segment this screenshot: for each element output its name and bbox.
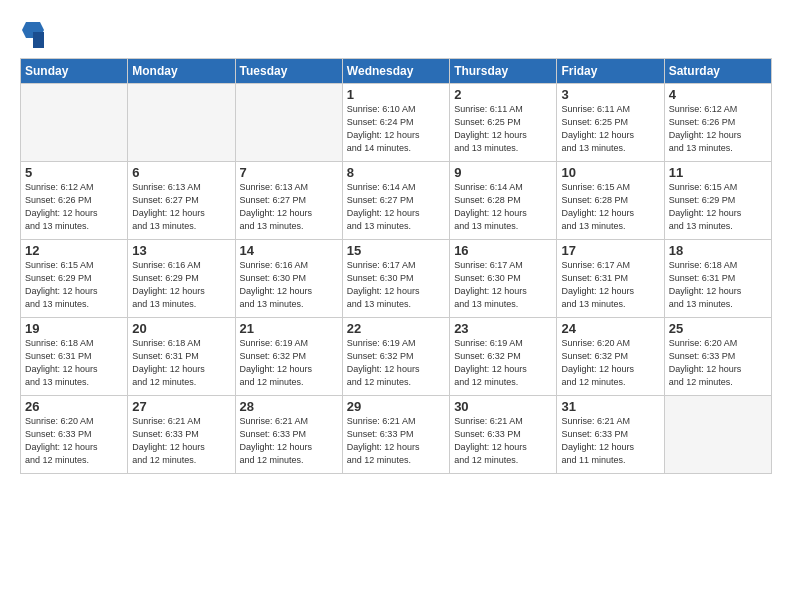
day-info: Sunrise: 6:13 AM Sunset: 6:27 PM Dayligh… xyxy=(240,181,338,233)
logo-icon xyxy=(22,22,44,48)
day-cell-17: 17Sunrise: 6:17 AM Sunset: 6:31 PM Dayli… xyxy=(557,240,664,318)
day-number: 19 xyxy=(25,321,123,336)
day-number: 22 xyxy=(347,321,445,336)
day-number: 30 xyxy=(454,399,552,414)
day-cell-23: 23Sunrise: 6:19 AM Sunset: 6:32 PM Dayli… xyxy=(450,318,557,396)
day-cell-19: 19Sunrise: 6:18 AM Sunset: 6:31 PM Dayli… xyxy=(21,318,128,396)
day-cell-3: 3Sunrise: 6:11 AM Sunset: 6:25 PM Daylig… xyxy=(557,84,664,162)
day-number: 24 xyxy=(561,321,659,336)
day-info: Sunrise: 6:17 AM Sunset: 6:30 PM Dayligh… xyxy=(347,259,445,311)
day-number: 7 xyxy=(240,165,338,180)
day-number: 5 xyxy=(25,165,123,180)
day-info: Sunrise: 6:21 AM Sunset: 6:33 PM Dayligh… xyxy=(454,415,552,467)
week-row-1: 1Sunrise: 6:10 AM Sunset: 6:24 PM Daylig… xyxy=(21,84,772,162)
day-number: 23 xyxy=(454,321,552,336)
day-cell-28: 28Sunrise: 6:21 AM Sunset: 6:33 PM Dayli… xyxy=(235,396,342,474)
svg-marker-1 xyxy=(33,32,44,48)
weekday-header-monday: Monday xyxy=(128,59,235,84)
day-info: Sunrise: 6:15 AM Sunset: 6:29 PM Dayligh… xyxy=(25,259,123,311)
day-cell-18: 18Sunrise: 6:18 AM Sunset: 6:31 PM Dayli… xyxy=(664,240,771,318)
header xyxy=(20,20,772,48)
day-info: Sunrise: 6:15 AM Sunset: 6:28 PM Dayligh… xyxy=(561,181,659,233)
day-cell-8: 8Sunrise: 6:14 AM Sunset: 6:27 PM Daylig… xyxy=(342,162,449,240)
page: SundayMondayTuesdayWednesdayThursdayFrid… xyxy=(0,0,792,612)
day-number: 21 xyxy=(240,321,338,336)
day-info: Sunrise: 6:19 AM Sunset: 6:32 PM Dayligh… xyxy=(240,337,338,389)
empty-cell xyxy=(128,84,235,162)
day-number: 9 xyxy=(454,165,552,180)
day-number: 28 xyxy=(240,399,338,414)
day-cell-9: 9Sunrise: 6:14 AM Sunset: 6:28 PM Daylig… xyxy=(450,162,557,240)
day-cell-22: 22Sunrise: 6:19 AM Sunset: 6:32 PM Dayli… xyxy=(342,318,449,396)
day-number: 2 xyxy=(454,87,552,102)
day-cell-15: 15Sunrise: 6:17 AM Sunset: 6:30 PM Dayli… xyxy=(342,240,449,318)
day-info: Sunrise: 6:12 AM Sunset: 6:26 PM Dayligh… xyxy=(669,103,767,155)
day-info: Sunrise: 6:21 AM Sunset: 6:33 PM Dayligh… xyxy=(561,415,659,467)
day-info: Sunrise: 6:11 AM Sunset: 6:25 PM Dayligh… xyxy=(454,103,552,155)
day-info: Sunrise: 6:21 AM Sunset: 6:33 PM Dayligh… xyxy=(132,415,230,467)
day-info: Sunrise: 6:20 AM Sunset: 6:33 PM Dayligh… xyxy=(669,337,767,389)
week-row-2: 5Sunrise: 6:12 AM Sunset: 6:26 PM Daylig… xyxy=(21,162,772,240)
day-number: 8 xyxy=(347,165,445,180)
day-cell-6: 6Sunrise: 6:13 AM Sunset: 6:27 PM Daylig… xyxy=(128,162,235,240)
day-number: 31 xyxy=(561,399,659,414)
day-number: 25 xyxy=(669,321,767,336)
day-info: Sunrise: 6:20 AM Sunset: 6:33 PM Dayligh… xyxy=(25,415,123,467)
week-row-5: 26Sunrise: 6:20 AM Sunset: 6:33 PM Dayli… xyxy=(21,396,772,474)
day-number: 20 xyxy=(132,321,230,336)
day-info: Sunrise: 6:18 AM Sunset: 6:31 PM Dayligh… xyxy=(25,337,123,389)
day-number: 4 xyxy=(669,87,767,102)
day-info: Sunrise: 6:10 AM Sunset: 6:24 PM Dayligh… xyxy=(347,103,445,155)
day-cell-30: 30Sunrise: 6:21 AM Sunset: 6:33 PM Dayli… xyxy=(450,396,557,474)
day-cell-20: 20Sunrise: 6:18 AM Sunset: 6:31 PM Dayli… xyxy=(128,318,235,396)
day-cell-16: 16Sunrise: 6:17 AM Sunset: 6:30 PM Dayli… xyxy=(450,240,557,318)
day-cell-31: 31Sunrise: 6:21 AM Sunset: 6:33 PM Dayli… xyxy=(557,396,664,474)
day-info: Sunrise: 6:21 AM Sunset: 6:33 PM Dayligh… xyxy=(347,415,445,467)
day-cell-21: 21Sunrise: 6:19 AM Sunset: 6:32 PM Dayli… xyxy=(235,318,342,396)
day-info: Sunrise: 6:17 AM Sunset: 6:31 PM Dayligh… xyxy=(561,259,659,311)
day-cell-12: 12Sunrise: 6:15 AM Sunset: 6:29 PM Dayli… xyxy=(21,240,128,318)
day-number: 11 xyxy=(669,165,767,180)
day-number: 18 xyxy=(669,243,767,258)
day-cell-14: 14Sunrise: 6:16 AM Sunset: 6:30 PM Dayli… xyxy=(235,240,342,318)
day-number: 6 xyxy=(132,165,230,180)
day-cell-11: 11Sunrise: 6:15 AM Sunset: 6:29 PM Dayli… xyxy=(664,162,771,240)
day-cell-26: 26Sunrise: 6:20 AM Sunset: 6:33 PM Dayli… xyxy=(21,396,128,474)
day-cell-27: 27Sunrise: 6:21 AM Sunset: 6:33 PM Dayli… xyxy=(128,396,235,474)
day-cell-10: 10Sunrise: 6:15 AM Sunset: 6:28 PM Dayli… xyxy=(557,162,664,240)
day-info: Sunrise: 6:14 AM Sunset: 6:28 PM Dayligh… xyxy=(454,181,552,233)
empty-cell xyxy=(664,396,771,474)
week-row-3: 12Sunrise: 6:15 AM Sunset: 6:29 PM Dayli… xyxy=(21,240,772,318)
day-info: Sunrise: 6:11 AM Sunset: 6:25 PM Dayligh… xyxy=(561,103,659,155)
day-info: Sunrise: 6:12 AM Sunset: 6:26 PM Dayligh… xyxy=(25,181,123,233)
weekday-header-sunday: Sunday xyxy=(21,59,128,84)
empty-cell xyxy=(235,84,342,162)
day-cell-13: 13Sunrise: 6:16 AM Sunset: 6:29 PM Dayli… xyxy=(128,240,235,318)
day-info: Sunrise: 6:16 AM Sunset: 6:30 PM Dayligh… xyxy=(240,259,338,311)
calendar: SundayMondayTuesdayWednesdayThursdayFrid… xyxy=(20,58,772,474)
day-number: 14 xyxy=(240,243,338,258)
day-info: Sunrise: 6:17 AM Sunset: 6:30 PM Dayligh… xyxy=(454,259,552,311)
weekday-header-tuesday: Tuesday xyxy=(235,59,342,84)
day-info: Sunrise: 6:16 AM Sunset: 6:29 PM Dayligh… xyxy=(132,259,230,311)
day-info: Sunrise: 6:19 AM Sunset: 6:32 PM Dayligh… xyxy=(454,337,552,389)
day-number: 15 xyxy=(347,243,445,258)
day-info: Sunrise: 6:18 AM Sunset: 6:31 PM Dayligh… xyxy=(132,337,230,389)
day-cell-4: 4Sunrise: 6:12 AM Sunset: 6:26 PM Daylig… xyxy=(664,84,771,162)
day-cell-2: 2Sunrise: 6:11 AM Sunset: 6:25 PM Daylig… xyxy=(450,84,557,162)
day-number: 3 xyxy=(561,87,659,102)
day-info: Sunrise: 6:21 AM Sunset: 6:33 PM Dayligh… xyxy=(240,415,338,467)
day-number: 12 xyxy=(25,243,123,258)
day-cell-29: 29Sunrise: 6:21 AM Sunset: 6:33 PM Dayli… xyxy=(342,396,449,474)
weekday-header-thursday: Thursday xyxy=(450,59,557,84)
day-cell-7: 7Sunrise: 6:13 AM Sunset: 6:27 PM Daylig… xyxy=(235,162,342,240)
day-number: 29 xyxy=(347,399,445,414)
logo xyxy=(20,20,44,48)
day-number: 10 xyxy=(561,165,659,180)
day-info: Sunrise: 6:19 AM Sunset: 6:32 PM Dayligh… xyxy=(347,337,445,389)
day-number: 17 xyxy=(561,243,659,258)
day-number: 26 xyxy=(25,399,123,414)
day-number: 27 xyxy=(132,399,230,414)
weekday-header-wednesday: Wednesday xyxy=(342,59,449,84)
day-number: 1 xyxy=(347,87,445,102)
